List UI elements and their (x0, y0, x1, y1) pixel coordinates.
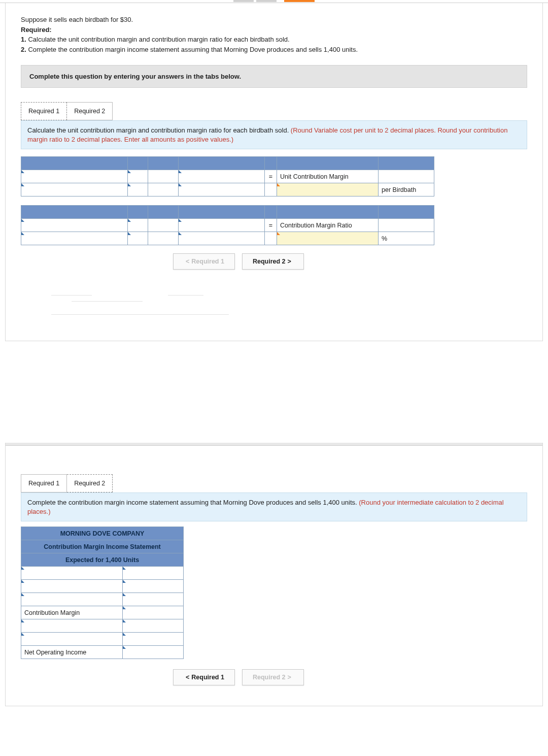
instruction-banner: Complete this question by entering your … (21, 65, 527, 88)
contribution-margin-row: Contribution Margin (21, 606, 123, 619)
input-cell[interactable] (179, 232, 265, 245)
input-cell[interactable] (179, 170, 265, 183)
per-birdbath-label: per Birdbath (379, 183, 434, 196)
requirement-1: 1. Calculate the unit contribution margi… (21, 35, 527, 44)
equals-sign: = (265, 219, 277, 232)
input-cell[interactable] (21, 567, 123, 580)
contribution-margin-table: = Unit Contribution Margin per Birdbath (21, 156, 434, 245)
ucm-result-input[interactable] (277, 183, 379, 196)
input-cell[interactable] (123, 646, 184, 659)
input-cell[interactable] (21, 593, 123, 606)
input-cell[interactable] (21, 619, 123, 633)
next-required-2-button[interactable]: Required 2> (242, 253, 304, 270)
nav-buttons-1: <Required 1 Required 2> (173, 253, 527, 270)
equals-sign: = (265, 170, 277, 183)
input-cell[interactable] (128, 183, 148, 196)
income-statement-table: MORNING DOVE COMPANY Contribution Margin… (21, 527, 184, 659)
tab-instruction-1: Calculate the unit contribution margin a… (21, 120, 527, 149)
tabs-row-2: Required 1 Required 2 (21, 474, 527, 492)
question-panel-2: Required 1 Required 2 Complete the contr… (5, 443, 543, 706)
input-cell[interactable] (128, 170, 148, 183)
input-cell[interactable] (21, 183, 128, 196)
tab-required-1[interactable]: Required 1 (21, 474, 67, 492)
input-cell[interactable] (128, 219, 148, 232)
tab-instruction-2: Complete the contribution margin income … (21, 492, 527, 521)
input-cell[interactable] (21, 232, 128, 245)
ucm-label: Unit Contribution Margin (277, 170, 379, 183)
tab-required-2[interactable]: Required 2 (67, 102, 113, 120)
tab-required-1[interactable]: Required 1 (21, 102, 67, 120)
question-intro: Suppose it sells each birdbath for $30. … (21, 15, 527, 54)
units-header: Expected for 1,400 Units (21, 553, 184, 567)
statement-header: Contribution Margin Income Statement (21, 540, 184, 553)
input-cell[interactable] (21, 170, 128, 183)
net-operating-income-row: Net Operating Income (21, 646, 123, 659)
input-cell[interactable] (123, 606, 184, 619)
nav-buttons-2: <Required 1 Required 2> (173, 669, 527, 685)
prev-required-1-button[interactable]: <Required 1 (173, 253, 235, 270)
input-cell[interactable] (128, 232, 148, 245)
input-cell[interactable] (123, 633, 184, 646)
input-cell[interactable] (123, 619, 184, 633)
input-cell[interactable] (123, 567, 184, 580)
cmr-result-input[interactable] (277, 232, 379, 245)
chevron-left-icon: < (186, 674, 189, 681)
input-cell[interactable] (179, 183, 265, 196)
progress-bar (0, 0, 548, 3)
prev-required-1-button[interactable]: <Required 1 (173, 669, 235, 685)
input-cell[interactable] (123, 593, 184, 606)
tab-required-2[interactable]: Required 2 (67, 474, 113, 492)
next-required-2-button[interactable]: Required 2> (242, 669, 304, 685)
chevron-right-icon: > (288, 258, 291, 265)
cmr-label: Contribution Margin Ratio (277, 219, 379, 232)
chevron-right-icon: > (288, 674, 291, 681)
requirement-2: 2. Complete the contribution margin inco… (21, 45, 527, 54)
input-cell[interactable] (21, 633, 123, 646)
chevron-left-icon: < (186, 258, 189, 265)
company-header: MORNING DOVE COMPANY (21, 527, 184, 540)
input-cell[interactable] (21, 580, 123, 593)
input-cell[interactable] (123, 580, 184, 593)
decorative-lines (51, 290, 527, 320)
tabs-row-1: Required 1 Required 2 (21, 102, 527, 120)
question-panel-1: Suppose it sells each birdbath for $30. … (5, 3, 543, 341)
intro-line: Suppose it sells each birdbath for $30. (21, 15, 527, 24)
required-label: Required: (21, 25, 527, 35)
percent-label: % (379, 232, 434, 245)
input-cell[interactable] (21, 219, 128, 232)
input-cell[interactable] (179, 219, 265, 232)
